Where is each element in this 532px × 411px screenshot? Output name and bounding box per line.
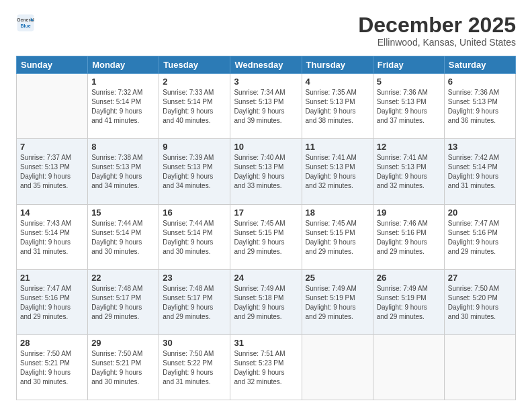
day-detail: Sunrise: 7:37 AMSunset: 5:13 PMDaylight:… [20,153,84,191]
col-monday: Monday [88,56,159,74]
table-row: 19Sunrise: 7:46 AMSunset: 5:16 PMDayligh… [373,204,444,269]
month-title: December 2025 [358,13,516,37]
calendar-week-row: 7Sunrise: 7:37 AMSunset: 5:13 PMDaylight… [17,139,516,204]
table-row: 28Sunrise: 7:50 AMSunset: 5:21 PMDayligh… [17,334,88,400]
day-number: 9 [163,142,226,152]
day-detail: Sunrise: 7:45 AMSunset: 5:15 PMDaylight:… [306,219,369,257]
header-row: Sunday Monday Tuesday Wednesday Thursday… [17,56,516,74]
table-row: 17Sunrise: 7:45 AMSunset: 5:15 PMDayligh… [230,204,302,269]
svg-text:Blue: Blue [20,24,30,28]
day-number: 5 [377,77,441,87]
day-number: 18 [306,208,369,218]
day-number: 27 [448,273,512,283]
col-friday: Friday [373,56,444,74]
day-detail: Sunrise: 7:47 AMSunset: 5:16 PMDaylight:… [20,284,84,322]
table-row: 2Sunrise: 7:33 AMSunset: 5:14 PMDaylight… [159,74,230,139]
day-number: 15 [91,208,155,218]
col-wednesday: Wednesday [230,56,302,74]
table-row: 16Sunrise: 7:44 AMSunset: 5:14 PMDayligh… [159,204,230,269]
table-row: 23Sunrise: 7:48 AMSunset: 5:17 PMDayligh… [159,269,230,334]
table-row [373,334,444,400]
day-detail: Sunrise: 7:42 AMSunset: 5:14 PMDaylight:… [448,153,512,191]
day-number: 6 [448,77,512,87]
day-number: 20 [448,208,512,218]
day-detail: Sunrise: 7:32 AMSunset: 5:14 PMDaylight:… [91,88,155,126]
table-row: 31Sunrise: 7:51 AMSunset: 5:23 PMDayligh… [230,334,302,400]
table-row: 10Sunrise: 7:40 AMSunset: 5:13 PMDayligh… [230,139,302,204]
day-detail: Sunrise: 7:43 AMSunset: 5:14 PMDaylight:… [20,219,84,257]
table-row: 14Sunrise: 7:43 AMSunset: 5:14 PMDayligh… [17,204,88,269]
day-number: 2 [163,77,226,87]
page: General Blue December 2025 Ellinwood, Ka… [0,0,532,411]
calendar-week-row: 21Sunrise: 7:47 AMSunset: 5:16 PMDayligh… [17,269,516,334]
day-detail: Sunrise: 7:34 AMSunset: 5:13 PMDaylight:… [234,88,298,126]
table-row: 21Sunrise: 7:47 AMSunset: 5:16 PMDayligh… [17,269,88,334]
table-row [302,334,373,400]
calendar-week-row: 14Sunrise: 7:43 AMSunset: 5:14 PMDayligh… [17,204,516,269]
day-number: 21 [20,273,84,283]
day-detail: Sunrise: 7:50 AMSunset: 5:21 PMDaylight:… [20,349,84,387]
table-row: 13Sunrise: 7:42 AMSunset: 5:14 PMDayligh… [444,139,515,204]
calendar-week-row: 1Sunrise: 7:32 AMSunset: 5:14 PMDaylight… [17,74,516,139]
title-block: December 2025 Ellinwood, Kansas, United … [358,13,516,48]
calendar-table: Sunday Monday Tuesday Wednesday Thursday… [16,56,516,400]
day-number: 16 [163,208,226,218]
day-number: 8 [91,142,155,152]
table-row: 4Sunrise: 7:35 AMSunset: 5:13 PMDaylight… [302,74,373,139]
col-saturday: Saturday [444,56,515,74]
day-detail: Sunrise: 7:46 AMSunset: 5:16 PMDaylight:… [377,219,441,257]
day-number: 22 [91,273,155,283]
day-detail: Sunrise: 7:41 AMSunset: 5:13 PMDaylight:… [377,153,441,191]
day-number: 26 [377,273,441,283]
day-detail: Sunrise: 7:50 AMSunset: 5:21 PMDaylight:… [91,349,155,387]
table-row: 9Sunrise: 7:39 AMSunset: 5:13 PMDaylight… [159,139,230,204]
day-detail: Sunrise: 7:38 AMSunset: 5:13 PMDaylight:… [91,153,155,191]
day-number: 7 [20,142,84,152]
calendar-week-row: 28Sunrise: 7:50 AMSunset: 5:21 PMDayligh… [17,334,516,400]
table-row: 25Sunrise: 7:49 AMSunset: 5:19 PMDayligh… [302,269,373,334]
table-row: 29Sunrise: 7:50 AMSunset: 5:21 PMDayligh… [88,334,159,400]
day-detail: Sunrise: 7:33 AMSunset: 5:14 PMDaylight:… [163,88,226,126]
col-tuesday: Tuesday [159,56,230,74]
table-row: 8Sunrise: 7:38 AMSunset: 5:13 PMDaylight… [88,139,159,204]
table-row [444,334,515,400]
logo-icon: General Blue [16,13,35,32]
day-detail: Sunrise: 7:44 AMSunset: 5:14 PMDaylight:… [91,219,155,257]
day-detail: Sunrise: 7:44 AMSunset: 5:14 PMDaylight:… [163,219,226,257]
table-row: 12Sunrise: 7:41 AMSunset: 5:13 PMDayligh… [373,139,444,204]
day-number: 11 [306,142,369,152]
day-detail: Sunrise: 7:41 AMSunset: 5:13 PMDaylight:… [306,153,369,191]
day-detail: Sunrise: 7:40 AMSunset: 5:13 PMDaylight:… [234,153,298,191]
day-number: 10 [234,142,298,152]
day-number: 29 [91,338,155,348]
subtitle: Ellinwood, Kansas, United States [358,37,516,48]
table-row: 15Sunrise: 7:44 AMSunset: 5:14 PMDayligh… [88,204,159,269]
day-detail: Sunrise: 7:50 AMSunset: 5:20 PMDaylight:… [448,284,512,322]
table-row: 18Sunrise: 7:45 AMSunset: 5:15 PMDayligh… [302,204,373,269]
day-number: 28 [20,338,84,348]
day-number: 13 [448,142,512,152]
day-detail: Sunrise: 7:36 AMSunset: 5:13 PMDaylight:… [448,88,512,126]
day-detail: Sunrise: 7:35 AMSunset: 5:13 PMDaylight:… [306,88,369,126]
table-row: 11Sunrise: 7:41 AMSunset: 5:13 PMDayligh… [302,139,373,204]
col-thursday: Thursday [302,56,373,74]
table-row: 22Sunrise: 7:48 AMSunset: 5:17 PMDayligh… [88,269,159,334]
header: General Blue December 2025 Ellinwood, Ka… [16,13,516,48]
day-number: 23 [163,273,226,283]
day-number: 12 [377,142,441,152]
day-number: 25 [306,273,369,283]
day-detail: Sunrise: 7:48 AMSunset: 5:17 PMDaylight:… [163,284,226,322]
svg-rect-0 [17,15,34,32]
day-detail: Sunrise: 7:49 AMSunset: 5:19 PMDaylight:… [306,284,369,322]
day-detail: Sunrise: 7:49 AMSunset: 5:19 PMDaylight:… [377,284,441,322]
day-number: 3 [234,77,298,87]
day-detail: Sunrise: 7:39 AMSunset: 5:13 PMDaylight:… [163,153,226,191]
day-detail: Sunrise: 7:48 AMSunset: 5:17 PMDaylight:… [91,284,155,322]
table-row: 30Sunrise: 7:50 AMSunset: 5:22 PMDayligh… [159,334,230,400]
day-number: 1 [91,77,155,87]
day-detail: Sunrise: 7:47 AMSunset: 5:16 PMDaylight:… [448,219,512,257]
day-detail: Sunrise: 7:45 AMSunset: 5:15 PMDaylight:… [234,219,298,257]
day-number: 30 [163,338,226,348]
logo: General Blue [16,13,35,32]
day-detail: Sunrise: 7:49 AMSunset: 5:18 PMDaylight:… [234,284,298,322]
